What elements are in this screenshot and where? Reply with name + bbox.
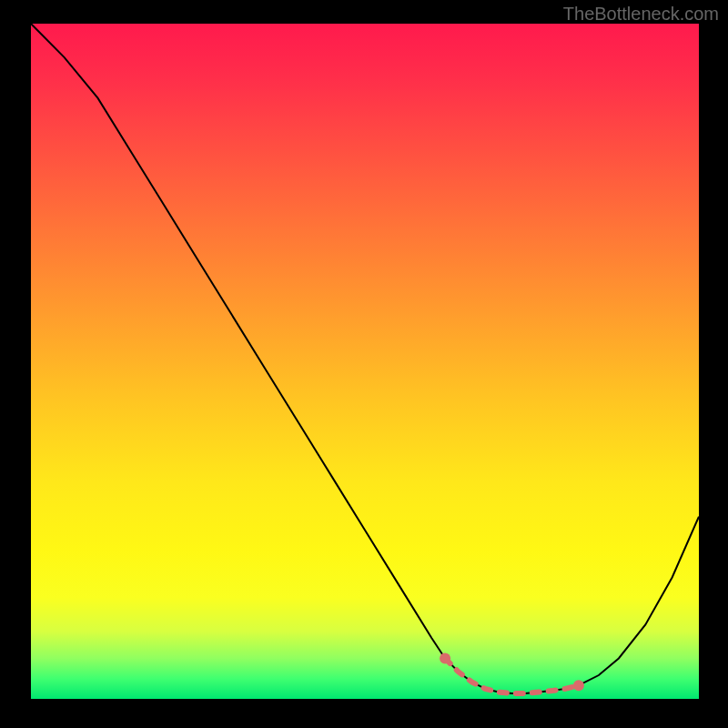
watermark-text: TheBottleneck.com xyxy=(563,4,719,25)
main-curve-line xyxy=(31,24,699,693)
highlight-start-dot xyxy=(440,652,450,663)
chart-svg xyxy=(31,24,699,699)
plot-area xyxy=(31,24,699,699)
highlight-end-dot xyxy=(573,680,584,691)
